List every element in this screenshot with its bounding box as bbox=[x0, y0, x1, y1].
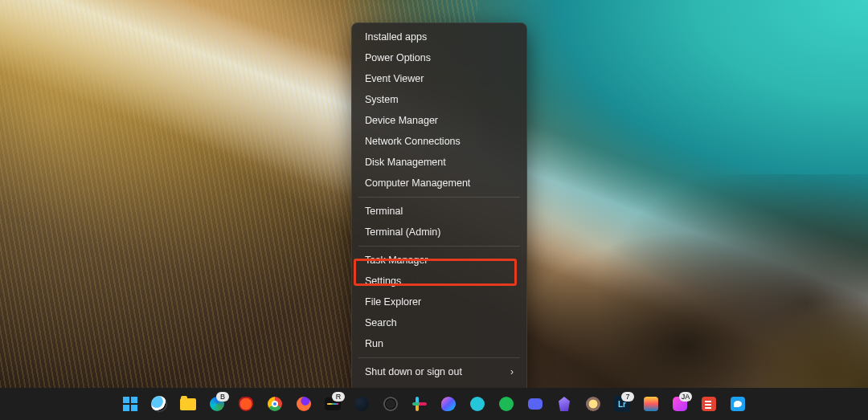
menu-file-explorer[interactable]: File Explorer bbox=[355, 292, 523, 312]
label: Installed apps bbox=[365, 31, 427, 43]
spotify-icon[interactable] bbox=[494, 392, 518, 416]
badge: JA bbox=[679, 392, 692, 402]
label: Task Manager bbox=[365, 255, 428, 266]
chevron-right-icon: › bbox=[510, 366, 514, 377]
lightroom-icon[interactable]: Lr7 bbox=[610, 392, 634, 416]
menu-separator bbox=[358, 197, 520, 198]
file-explorer-icon[interactable] bbox=[176, 392, 200, 416]
menu-system[interactable]: System bbox=[355, 89, 523, 110]
label: Settings bbox=[365, 275, 401, 287]
label: Run bbox=[365, 338, 383, 349]
menu-disk-management[interactable]: Disk Management bbox=[355, 152, 523, 173]
start-context-menu: Installed apps Power Options Event Viewe… bbox=[351, 22, 527, 407]
streamlabs-icon[interactable] bbox=[581, 392, 605, 416]
label: Event Viewer bbox=[365, 73, 424, 84]
snipaste-icon[interactable] bbox=[639, 392, 663, 416]
menu-search[interactable]: Search bbox=[355, 312, 523, 333]
menu-separator bbox=[358, 357, 520, 358]
menu-shutdown-signout[interactable]: Shut down or sign out › bbox=[355, 361, 523, 382]
menu-event-viewer[interactable]: Event Viewer bbox=[355, 68, 523, 89]
canva-icon[interactable] bbox=[465, 392, 489, 416]
menu-computer-management[interactable]: Computer Management bbox=[355, 173, 523, 194]
label: Network Connections bbox=[365, 136, 461, 147]
label: Computer Management bbox=[365, 177, 470, 189]
menu-device-manager[interactable]: Device Manager bbox=[355, 110, 523, 131]
label: Disk Management bbox=[365, 157, 446, 168]
todoist-icon[interactable] bbox=[697, 392, 721, 416]
discord-icon[interactable] bbox=[523, 392, 547, 416]
label: Terminal bbox=[365, 206, 403, 217]
label: System bbox=[365, 94, 399, 105]
obsidian-icon[interactable] bbox=[552, 392, 576, 416]
badge: 7 bbox=[621, 392, 634, 402]
wallpaper-bushes bbox=[608, 233, 868, 388]
steam-icon[interactable] bbox=[350, 392, 374, 416]
twitter-icon[interactable] bbox=[726, 392, 750, 416]
sumo-icon[interactable]: R bbox=[321, 392, 345, 416]
start-icon[interactable] bbox=[118, 392, 142, 416]
badge: B bbox=[216, 392, 229, 402]
search-icon[interactable] bbox=[147, 392, 171, 416]
taskbar: B R Lr7 JA bbox=[0, 388, 868, 420]
label: Search bbox=[365, 317, 397, 328]
edge-icon[interactable]: B bbox=[205, 392, 229, 416]
menu-settings[interactable]: Settings bbox=[355, 271, 523, 292]
label: File Explorer bbox=[365, 296, 421, 308]
onenote-icon[interactable]: JA bbox=[668, 392, 692, 416]
label: Device Manager bbox=[365, 115, 438, 126]
label: Shut down or sign out bbox=[365, 366, 462, 377]
menu-run[interactable]: Run bbox=[355, 333, 523, 354]
label: Power Options bbox=[365, 52, 431, 63]
brave-icon[interactable] bbox=[234, 392, 258, 416]
menu-terminal[interactable]: Terminal bbox=[355, 201, 523, 222]
firefox-icon[interactable] bbox=[292, 392, 316, 416]
chrome-icon[interactable] bbox=[263, 392, 287, 416]
badge: R bbox=[332, 392, 345, 402]
label: Terminal (Admin) bbox=[365, 226, 440, 238]
menu-network-connections[interactable]: Network Connections bbox=[355, 131, 523, 152]
slack-icon[interactable] bbox=[407, 392, 432, 416]
obs-icon[interactable] bbox=[379, 392, 403, 416]
menu-separator bbox=[358, 246, 520, 247]
menu-power-options[interactable]: Power Options bbox=[355, 47, 523, 68]
menu-task-manager[interactable]: Task Manager bbox=[355, 250, 523, 271]
menu-terminal-admin[interactable]: Terminal (Admin) bbox=[355, 222, 523, 243]
menu-installed-apps[interactable]: Installed apps bbox=[355, 27, 523, 47]
messenger-icon[interactable] bbox=[436, 392, 461, 416]
